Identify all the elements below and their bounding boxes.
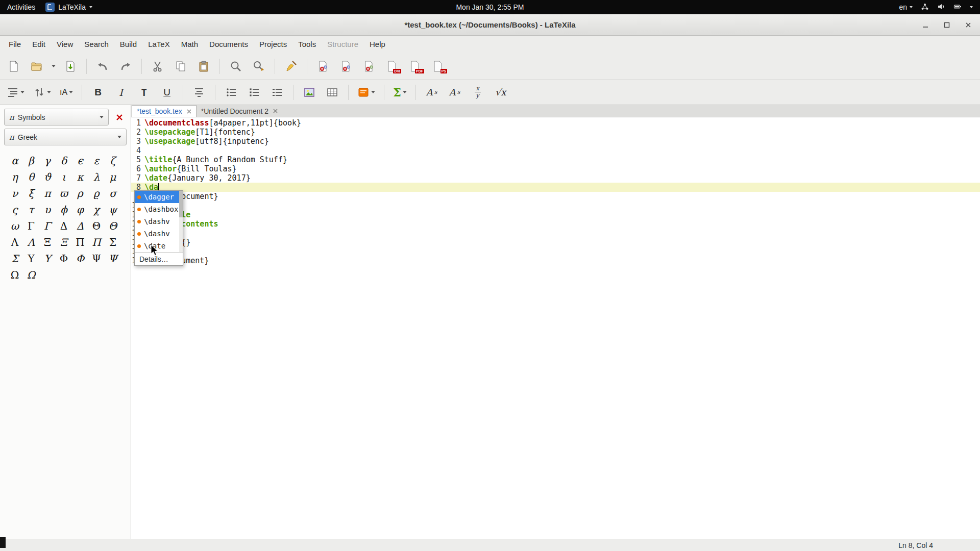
menu-edit[interactable]: Edit <box>27 36 51 53</box>
search-replace-button[interactable] <box>248 56 270 77</box>
symbol-cell[interactable]: Ψ <box>88 251 105 267</box>
menu-projects[interactable]: Projects <box>254 36 292 53</box>
menu-view[interactable]: View <box>51 36 79 53</box>
popup-scrollbar[interactable] <box>179 191 183 252</box>
symbol-cell[interactable]: φ <box>72 202 88 218</box>
menu-help[interactable]: Help <box>364 36 391 53</box>
line-text[interactable]: \title{A Bunch of Random Stuff} <box>144 155 287 164</box>
symbol-category-selector[interactable]: π Greek <box>4 129 127 145</box>
symbol-cell[interactable]: Δ <box>72 218 88 234</box>
new-document-button[interactable] <box>3 56 24 77</box>
symbol-cell[interactable]: ϵ <box>72 153 88 169</box>
symbol-cell[interactable]: ψ <box>105 202 121 218</box>
tab-close-icon[interactable] <box>187 109 191 114</box>
math-environment-dropdown[interactable]: Σ <box>389 82 410 103</box>
window-titlebar[interactable]: *test_book.tex (~/Documents/Books) - LaT… <box>0 14 980 36</box>
symbol-cell[interactable]: τ <box>23 202 39 218</box>
symbol-cell[interactable]: Σ <box>7 251 23 267</box>
tab-inactive-document[interactable]: *Untitled Document 2 <box>197 105 282 117</box>
italic-button[interactable]: I <box>110 82 132 103</box>
view-pdf-button[interactable]: PDF <box>404 56 426 77</box>
insert-table-button[interactable] <box>322 82 343 103</box>
line-text[interactable]: \usepackage[utf8]{inputenc} <box>144 137 269 146</box>
symbol-cell[interactable]: ν <box>7 185 23 202</box>
symbol-cell[interactable]: ϑ <box>39 169 56 185</box>
character-size-dropdown[interactable]: ıA <box>56 82 77 103</box>
symbol-cell[interactable]: σ <box>105 185 121 202</box>
focused-app-menu[interactable]: LaTeXila <box>45 3 92 12</box>
description-list-button[interactable] <box>266 82 288 103</box>
center-button[interactable] <box>188 82 210 103</box>
enumerate-list-button[interactable] <box>243 82 265 103</box>
power-icon[interactable] <box>953 3 962 12</box>
presentation-frame-dropdown[interactable] <box>354 82 379 103</box>
close-side-panel-button[interactable] <box>112 110 127 124</box>
tab-active-document[interactable]: *test_book.tex <box>132 105 197 117</box>
view-ps-button[interactable]: PS <box>427 56 449 77</box>
menu-documents[interactable]: Documents <box>204 36 254 53</box>
line-text[interactable]: \usepackage[T1]{fontenc} <box>144 128 255 137</box>
save-button[interactable] <box>60 56 81 77</box>
symbol-cell[interactable]: Λ <box>23 234 39 251</box>
symbol-cell[interactable]: γ <box>39 153 56 169</box>
line-text[interactable]: \documentclass[a4paper,11pt]{book} <box>144 118 301 128</box>
close-button[interactable] <box>963 19 974 31</box>
sectioning-dropdown[interactable] <box>3 82 28 103</box>
symbol-cell[interactable]: ζ <box>105 153 121 169</box>
convert-document-button[interactable] <box>358 56 380 77</box>
symbol-cell[interactable]: α <box>7 153 23 169</box>
symbol-cell[interactable]: μ <box>105 169 121 185</box>
completion-item[interactable]: \dashbox <box>135 203 183 215</box>
symbol-cell[interactable]: Θ <box>88 218 105 234</box>
menu-latex[interactable]: LaTeX <box>142 36 176 53</box>
symbol-cell[interactable]: Π <box>88 234 105 251</box>
symbol-cell[interactable]: Π <box>72 234 88 251</box>
symbol-cell[interactable]: Θ <box>105 218 121 234</box>
menu-search[interactable]: Search <box>79 36 114 53</box>
subscript-button[interactable]: As <box>444 82 465 103</box>
symbol-cell[interactable]: υ <box>39 202 56 218</box>
compile-pdflatex-button[interactable] <box>335 56 357 77</box>
completion-item[interactable]: \dashv <box>135 215 183 228</box>
square-root-button[interactable]: √x <box>490 82 511 103</box>
redo-button[interactable] <box>115 56 136 77</box>
symbol-cell[interactable]: Φ <box>56 251 72 267</box>
symbol-cell[interactable]: ρ <box>72 185 88 202</box>
code-view[interactable]: 1\documentclass[a4paper,11pt]{book}2\use… <box>131 117 980 539</box>
symbol-cell[interactable]: ω <box>7 218 23 234</box>
symbol-cell[interactable]: Ψ <box>105 251 121 267</box>
symbol-cell[interactable]: χ <box>88 202 105 218</box>
menu-math[interactable]: Math <box>176 36 204 53</box>
symbol-cell[interactable]: Υ <box>39 251 56 267</box>
menu-build[interactable]: Build <box>114 36 142 53</box>
search-button[interactable] <box>225 56 247 77</box>
symbol-cell[interactable]: Σ <box>105 234 121 251</box>
symbol-cell[interactable]: Υ <box>23 251 39 267</box>
keyboard-layout-indicator[interactable]: en <box>899 3 913 11</box>
volume-icon[interactable] <box>937 3 945 12</box>
symbol-cell[interactable]: ϖ <box>56 185 72 202</box>
open-document-button[interactable] <box>26 56 47 77</box>
menu-tools[interactable]: Tools <box>292 36 322 53</box>
symbol-cell[interactable]: κ <box>72 169 88 185</box>
completion-item[interactable]: \dagger <box>135 191 183 203</box>
symbol-cell[interactable]: π <box>39 185 56 202</box>
symbol-cell[interactable]: ϕ <box>56 202 72 218</box>
bold-button[interactable]: B <box>87 82 109 103</box>
symbol-cell[interactable]: θ <box>23 169 39 185</box>
references-dropdown[interactable] <box>30 82 55 103</box>
symbol-cell[interactable]: Ω <box>23 267 39 283</box>
symbol-cell[interactable]: Φ <box>72 251 88 267</box>
compile-latex-button[interactable] <box>312 56 334 77</box>
symbol-cell[interactable]: ε <box>88 153 105 169</box>
popup-scrollbar-thumb[interactable] <box>179 191 183 217</box>
network-icon[interactable] <box>921 3 929 12</box>
symbol-cell[interactable]: β <box>23 153 39 169</box>
symbol-cell[interactable]: Ξ <box>39 234 56 251</box>
line-text[interactable]: \date{January 30, 2017} <box>144 173 251 183</box>
symbol-cell[interactable]: ι <box>56 169 72 185</box>
line-text[interactable]: \author{Bill Toulas} <box>144 164 237 173</box>
symbol-cell[interactable]: η <box>7 169 23 185</box>
insert-image-button[interactable] <box>299 82 320 103</box>
superscript-button[interactable]: As <box>421 82 443 103</box>
